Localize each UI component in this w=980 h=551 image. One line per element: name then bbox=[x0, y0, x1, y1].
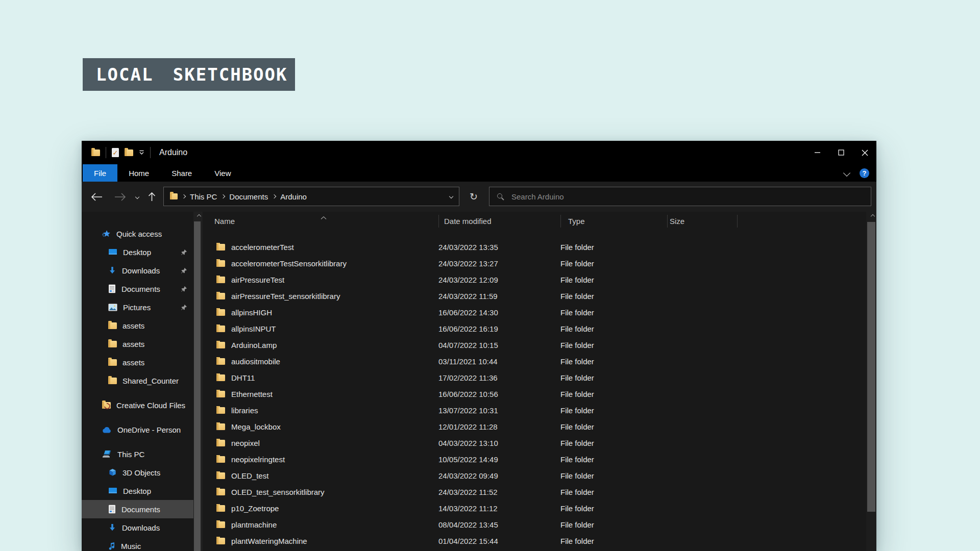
file-name: audiositmobile bbox=[231, 357, 280, 366]
breadcrumb-item-arduino[interactable]: Arduino bbox=[280, 192, 307, 201]
column-header-type[interactable]: Type bbox=[568, 212, 585, 231]
folder-icon[interactable] bbox=[91, 149, 100, 156]
file-row[interactable]: audiositmobile03/11/2021 10:44File folde… bbox=[202, 353, 866, 369]
maximize-icon bbox=[838, 149, 844, 156]
up-button[interactable] bbox=[148, 182, 156, 212]
file-type: File folder bbox=[560, 292, 667, 300]
sidebar-item-assets[interactable]: assets bbox=[82, 335, 193, 353]
sidebar-item-this-pc[interactable]: This PC bbox=[82, 445, 193, 463]
file-name-cell: libraries bbox=[202, 406, 438, 415]
pin-icon bbox=[181, 267, 187, 274]
scrollbar-thumb[interactable] bbox=[194, 221, 201, 551]
folder-icon bbox=[216, 489, 225, 495]
column-header-size[interactable]: Size bbox=[670, 212, 684, 231]
file-row[interactable]: airPressureTest24/03/2022 12:09File fold… bbox=[202, 271, 866, 288]
minimize-button[interactable] bbox=[806, 141, 829, 164]
sidebar-item-label: Shared_Counter bbox=[122, 377, 179, 385]
file-type: File folder bbox=[560, 406, 667, 415]
search-input[interactable] bbox=[510, 192, 864, 202]
file-date-modified: 13/07/2022 10:31 bbox=[438, 406, 560, 415]
file-row[interactable]: accelerometerTestSensorkitlibrary24/03/2… bbox=[202, 255, 866, 271]
file-list: accelerometerTest24/03/2022 13:35File fo… bbox=[202, 231, 866, 549]
explorer-window: Arduino FileHomeShareView bbox=[82, 141, 876, 551]
file-name: accelerometerTestSensorkitlibrary bbox=[231, 259, 347, 268]
sidebar-item-onedrive-person[interactable]: OneDrive - Person bbox=[82, 420, 193, 439]
folder-icon[interactable] bbox=[125, 149, 133, 156]
tab-file[interactable]: File bbox=[83, 164, 117, 182]
file-row[interactable]: neopixel04/03/2022 13:10File folder bbox=[202, 435, 866, 451]
sidebar-item-label: Documents bbox=[121, 285, 160, 293]
column-header-date-modified[interactable]: Date modified bbox=[444, 212, 492, 231]
vertical-scrollbar[interactable] bbox=[866, 212, 876, 551]
file-row[interactable]: accelerometerTest24/03/2022 13:35File fo… bbox=[202, 239, 866, 255]
file-row[interactable]: Mega_lockbox12/01/2022 11:28File folder bbox=[202, 418, 866, 435]
sidebar-item-label: 3D Objects bbox=[122, 468, 160, 477]
file-row[interactable]: OLED_test24/03/2022 09:49File folder bbox=[202, 467, 866, 484]
file-row[interactable]: plantmachine08/04/2022 13:45File folder bbox=[202, 516, 866, 533]
breadcrumb-item-this-pc[interactable]: This PC bbox=[190, 192, 217, 201]
file-name: airPressureTest_sensorkitlibrary bbox=[231, 292, 340, 300]
sidebar-item-shared-counter[interactable]: Shared_Counter bbox=[82, 371, 193, 390]
file-row[interactable]: p10_Zoetrope14/03/2022 11:12File folder bbox=[202, 500, 866, 516]
search-box bbox=[489, 187, 871, 206]
help-icon[interactable] bbox=[860, 168, 869, 178]
forward-button[interactable] bbox=[114, 182, 126, 212]
file-row[interactable]: DHT1117/02/2022 11:36File folder bbox=[202, 369, 866, 386]
file-name: Mega_lockbox bbox=[231, 422, 281, 431]
address-bar[interactable]: This PCDocumentsArduino bbox=[163, 187, 459, 206]
column-separator[interactable] bbox=[667, 215, 668, 228]
column-separator[interactable] bbox=[560, 215, 561, 228]
file-date-modified: 04/03/2022 13:10 bbox=[438, 439, 560, 447]
breadcrumb-chevron-icon bbox=[272, 194, 276, 198]
scrollbar-thumb[interactable] bbox=[867, 222, 875, 512]
maximize-button[interactable] bbox=[829, 141, 853, 164]
scroll-up-icon[interactable] bbox=[197, 214, 201, 218]
sidebar-item-3d-objects[interactable]: 3D Objects bbox=[82, 463, 193, 482]
tab-share[interactable]: Share bbox=[160, 164, 203, 182]
recent-locations-button[interactable] bbox=[136, 182, 139, 212]
back-button[interactable] bbox=[91, 182, 103, 212]
ribbon-tabs: FileHomeShareView bbox=[82, 164, 876, 182]
address-dropdown-icon[interactable] bbox=[449, 194, 453, 198]
file-row[interactable]: neopixelringtest10/05/2022 14:49File fol… bbox=[202, 451, 866, 467]
file-row[interactable]: allpinsINPUT16/06/2022 16:19File folder bbox=[202, 320, 866, 337]
sidebar-item-pictures[interactable]: Pictures bbox=[82, 298, 193, 316]
toolbar-separator bbox=[106, 147, 106, 158]
collapse-ribbon-icon[interactable] bbox=[843, 169, 850, 177]
tab-view[interactable]: View bbox=[203, 164, 242, 182]
file-row[interactable]: OLED_test_sensorkitlibrary24/03/2022 11:… bbox=[202, 484, 866, 500]
file-date-modified: 17/02/2022 11:36 bbox=[438, 373, 560, 382]
sidebar-item-assets[interactable]: assets bbox=[82, 316, 193, 335]
file-row[interactable]: ArduinoLamp04/07/2022 10:15File folder bbox=[202, 337, 866, 353]
sidebar-item-documents[interactable]: Documents bbox=[82, 280, 193, 298]
file-row[interactable]: plantWateringMachine01/04/2022 15:44File… bbox=[202, 533, 866, 549]
sidebar-item-music[interactable]: Music bbox=[82, 537, 193, 551]
file-row[interactable]: Ethernettest16/06/2022 10:56File folder bbox=[202, 386, 866, 402]
sidebar-item-quick-access[interactable]: Quick access bbox=[82, 224, 193, 243]
scroll-up-icon[interactable] bbox=[871, 214, 875, 218]
sidebar-item-downloads[interactable]: Downloads bbox=[82, 518, 193, 537]
column-separator[interactable] bbox=[737, 215, 738, 228]
sidebar-item-assets[interactable]: assets bbox=[82, 353, 193, 371]
column-header-name[interactable]: Name bbox=[214, 212, 235, 231]
file-row[interactable]: libraries13/07/2022 10:31File folder bbox=[202, 402, 866, 418]
breadcrumb-item-documents[interactable]: Documents bbox=[229, 192, 268, 201]
tab-home[interactable]: Home bbox=[117, 164, 160, 182]
file-type: File folder bbox=[560, 276, 667, 284]
sidebar-item-desktop[interactable]: Desktop bbox=[82, 482, 193, 500]
sidebar-item-documents[interactable]: Documents bbox=[82, 500, 193, 518]
sidebar-item-desktop[interactable]: Desktop bbox=[82, 243, 193, 261]
properties-check-icon[interactable] bbox=[112, 148, 119, 157]
sidebar-item-creative-cloud-files[interactable]: Creative Cloud Files bbox=[82, 396, 193, 414]
column-separator[interactable] bbox=[438, 215, 439, 228]
qat-dropdown-icon[interactable] bbox=[139, 148, 144, 157]
file-date-modified: 12/01/2022 11:28 bbox=[438, 422, 560, 431]
file-name-cell: Ethernettest bbox=[202, 390, 438, 398]
file-row[interactable]: allpinsHIGH16/06/2022 14:30File folder bbox=[202, 304, 866, 320]
sidebar-scrollbar[interactable] bbox=[193, 212, 201, 551]
sidebar-item-downloads[interactable]: Downloads bbox=[82, 261, 193, 280]
close-button[interactable] bbox=[853, 141, 876, 164]
file-row[interactable]: airPressureTest_sensorkitlibrary24/03/20… bbox=[202, 288, 866, 304]
refresh-button[interactable] bbox=[465, 189, 482, 204]
folder-icon bbox=[216, 325, 225, 332]
